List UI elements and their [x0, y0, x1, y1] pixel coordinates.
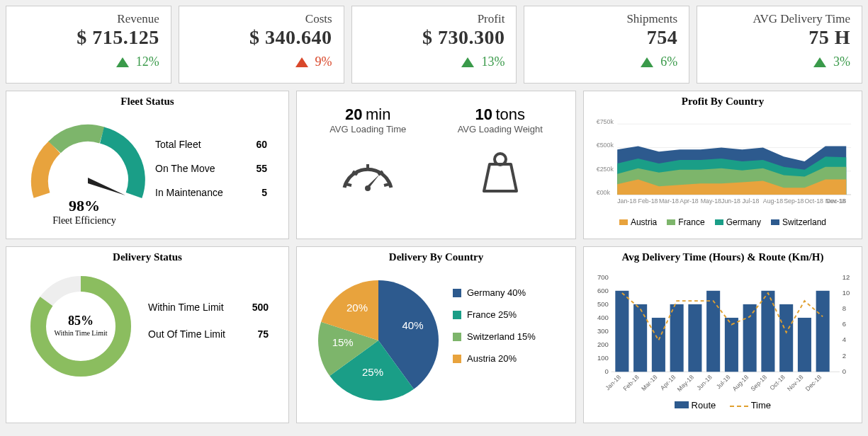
svg-text:€500k: €500k — [597, 142, 614, 149]
up-icon — [295, 57, 308, 67]
svg-text:Aug-18: Aug-18 — [731, 374, 750, 393]
legend: Route Time — [591, 400, 855, 411]
svg-rect-67 — [798, 318, 811, 372]
svg-text:€250k: €250k — [597, 166, 614, 173]
loading-card: 20 min AVG Loading Time 10 tons AVG Load… — [296, 91, 576, 239]
svg-line-1 — [346, 184, 351, 185]
svg-rect-65 — [761, 291, 774, 372]
kpi-label: Profit — [363, 12, 505, 26]
delivery-stats: Within Time Limit500 Out Of Time Limit75 — [148, 266, 281, 389]
card-title: Delivery Status — [13, 251, 281, 263]
svg-text:300: 300 — [597, 327, 609, 335]
svg-text:400: 400 — [597, 314, 609, 321]
svg-text:15%: 15% — [332, 336, 354, 348]
svg-text:Jun-18: Jun-18 — [721, 197, 740, 205]
up-icon — [116, 57, 129, 67]
card-title: Fleet Status — [13, 96, 281, 108]
svg-text:10: 10 — [842, 289, 850, 297]
kpi-value: 754 — [536, 26, 677, 49]
up-icon — [641, 57, 653, 67]
donut: 85% Within Time Limit — [13, 266, 148, 389]
svg-text:Apr-18: Apr-18 — [659, 374, 677, 391]
middle-row: Fleet Status 98% Fleet Efficiency Total … — [6, 91, 862, 239]
svg-text:600: 600 — [597, 287, 609, 294]
svg-text:Jan-18: Jan-18 — [604, 374, 622, 392]
card-title: Profit By Country — [591, 96, 855, 108]
avg-loading-time: 20 min AVG Loading Time — [329, 105, 406, 201]
kpi-avg-delivery: AVG Delivery Time 75 H 3% — [697, 6, 862, 84]
gauge-caption: Fleet Efficiency — [13, 215, 155, 226]
speedometer-icon — [336, 149, 400, 198]
svg-marker-0 — [88, 178, 125, 195]
card-title: Avg Delivery Time (Hours) & Route (Km/H) — [591, 251, 855, 263]
svg-text:Dec-18: Dec-18 — [804, 374, 823, 393]
kpi-value: $ 730.300 — [363, 26, 505, 49]
svg-text:Mar-18: Mar-18 — [659, 197, 679, 205]
svg-rect-68 — [816, 291, 830, 372]
svg-text:Oct-18: Oct-18 — [768, 374, 786, 391]
svg-text:Feb-18: Feb-18 — [621, 374, 640, 392]
svg-text:20%: 20% — [346, 302, 368, 314]
kpi-value: $ 715.125 — [18, 26, 159, 49]
svg-text:4: 4 — [842, 335, 847, 343]
up-icon — [461, 57, 474, 67]
svg-text:Sep-18: Sep-18 — [784, 197, 804, 205]
kpi-label: AVG Delivery Time — [709, 12, 850, 26]
kpi-revenue: Revenue $ 715.125 12% — [6, 6, 171, 84]
svg-text:Dec-18: Dec-18 — [826, 197, 846, 205]
kpi-costs: Costs $ 340.640 9% — [179, 6, 344, 84]
kpi-shipments: Shipments 754 6% — [524, 6, 689, 84]
svg-text:25%: 25% — [362, 366, 383, 378]
svg-text:2: 2 — [842, 352, 846, 360]
fleet-status-card: Fleet Status 98% Fleet Efficiency Total … — [6, 91, 289, 239]
svg-text:200: 200 — [597, 340, 609, 348]
weight-icon — [475, 149, 525, 198]
svg-text:Feb-18: Feb-18 — [638, 197, 658, 205]
kpi-label: Revenue — [18, 12, 159, 26]
bottom-row: Delivery Status 85% Within Time Limit Wi… — [6, 246, 862, 423]
svg-rect-63 — [725, 318, 738, 372]
card-title: Delivery By Country — [304, 251, 568, 263]
svg-rect-62 — [706, 291, 720, 372]
svg-text:40%: 40% — [402, 319, 423, 331]
svg-text:Jul-18: Jul-18 — [715, 374, 732, 391]
kpi-delta: 6% — [536, 54, 677, 69]
svg-text:Nov-18: Nov-18 — [786, 374, 805, 393]
svg-line-5 — [384, 184, 390, 185]
svg-text:€00k: €00k — [597, 189, 611, 196]
delivery-by-country-card: Delivery By Country 40%25%15%20% Germany… — [296, 246, 576, 423]
svg-text:Apr-18: Apr-18 — [680, 197, 699, 205]
svg-text:Jan-18: Jan-18 — [617, 197, 636, 205]
kpi-delta: 12% — [18, 54, 159, 69]
svg-text:Jun-18: Jun-18 — [695, 374, 714, 392]
legend: Austria France Germany Switzerland — [591, 217, 855, 227]
up-icon — [813, 57, 826, 67]
svg-rect-61 — [688, 304, 701, 372]
svg-point-7 — [365, 185, 371, 191]
delivery-status-card: Delivery Status 85% Within Time Limit Wi… — [6, 246, 289, 423]
kpi-value: 75 H — [709, 26, 850, 49]
kpi-label: Costs — [191, 12, 332, 26]
combo-chart: 700 600 500 400 300 200 100 0 12108 6420… — [591, 266, 855, 397]
svg-rect-58 — [633, 304, 647, 372]
svg-text:Jul-18: Jul-18 — [742, 197, 759, 205]
svg-text:Sep-18: Sep-18 — [749, 374, 768, 393]
kpi-value: $ 340.640 — [191, 26, 332, 49]
svg-text:Aug-18: Aug-18 — [763, 197, 783, 205]
svg-text:100: 100 — [597, 354, 609, 362]
svg-text:85%: 85% — [68, 314, 94, 328]
fleet-stats: Total Fleet60 On The Move55 In Maintenan… — [155, 110, 281, 246]
svg-text:May-18: May-18 — [701, 197, 721, 205]
svg-text:500: 500 — [597, 300, 609, 308]
kpi-delta: 9% — [191, 54, 332, 69]
svg-rect-60 — [670, 304, 684, 372]
kpi-label: Shipments — [536, 12, 677, 26]
combo-chart-card: Avg Delivery Time (Hours) & Route (Km/H)… — [583, 246, 862, 423]
svg-text:Oct-18: Oct-18 — [805, 197, 824, 205]
svg-text:€750k: €750k — [597, 118, 614, 125]
svg-text:700: 700 — [597, 273, 609, 281]
svg-rect-66 — [779, 304, 793, 372]
fleet-gauge: 98% Fleet Efficiency — [13, 110, 155, 246]
kpi-delta: 3% — [709, 54, 850, 69]
svg-rect-59 — [652, 318, 665, 372]
